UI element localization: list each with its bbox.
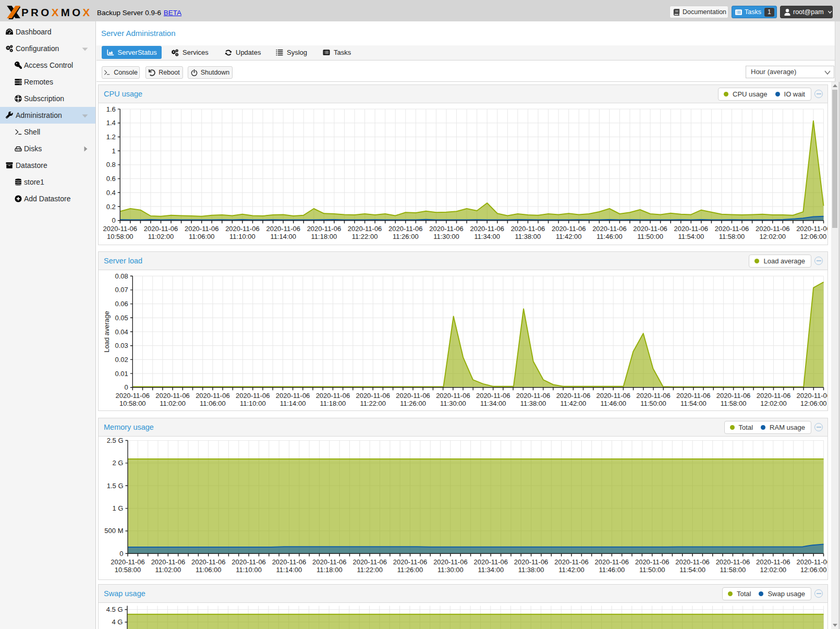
svg-text:2.5 G: 2.5 G: [107, 437, 124, 444]
svg-text:0.05: 0.05: [115, 314, 128, 322]
svg-text:2020-11-06: 2020-11-06: [155, 392, 190, 400]
svg-text:2020-11-06: 2020-11-06: [103, 225, 138, 233]
svg-text:2020-11-06: 2020-11-06: [715, 225, 749, 233]
svg-text:4.5 G: 4.5 G: [106, 606, 123, 613]
svg-text:PROXMOX: PROXMOX: [21, 6, 92, 18]
svg-text:2020-11-06: 2020-11-06: [635, 558, 669, 566]
svg-text:2020-11-06: 2020-11-06: [436, 392, 470, 400]
svg-text:2020-11-06: 2020-11-06: [756, 558, 790, 566]
svg-text:2020-11-06: 2020-11-06: [272, 558, 307, 566]
svg-text:2020-11-06: 2020-11-06: [225, 225, 260, 233]
svg-text:2020-11-06: 2020-11-06: [116, 392, 150, 400]
svg-text:0: 0: [125, 383, 128, 391]
svg-text:2 G: 2 G: [113, 459, 124, 467]
svg-text:2020-11-06: 2020-11-06: [514, 558, 549, 566]
svg-text:2020-11-06: 2020-11-06: [185, 225, 219, 233]
svg-text:11:18:00: 11:18:00: [316, 566, 343, 574]
svg-text:2020-11-06: 2020-11-06: [476, 392, 510, 400]
svg-text:11:26:00: 11:26:00: [393, 233, 419, 240]
svg-text:11:06:00: 11:06:00: [200, 400, 226, 407]
svg-text:11:54:00: 11:54:00: [679, 566, 705, 574]
svg-text:0.4: 0.4: [106, 189, 116, 197]
svg-text:1.5 G: 1.5 G: [107, 482, 124, 490]
svg-text:11:46:00: 11:46:00: [596, 233, 623, 240]
svg-text:2020-11-06: 2020-11-06: [151, 558, 186, 566]
svg-text:11:54:00: 11:54:00: [678, 233, 704, 240]
svg-text:12:02:00: 12:02:00: [759, 233, 786, 240]
svg-text:11:26:00: 11:26:00: [400, 400, 426, 407]
svg-text:2020-11-06: 2020-11-06: [636, 392, 671, 400]
svg-text:2020-11-06: 2020-11-06: [191, 558, 226, 566]
svg-text:2020-11-06: 2020-11-06: [144, 225, 178, 233]
svg-text:500 M: 500 M: [104, 527, 123, 535]
svg-text:11:14:00: 11:14:00: [270, 233, 296, 240]
svg-text:2020-11-06: 2020-11-06: [676, 392, 711, 400]
svg-text:2020-11-06: 2020-11-06: [592, 225, 627, 233]
svg-text:2020-11-06: 2020-11-06: [196, 392, 230, 400]
svg-text:11:50:00: 11:50:00: [640, 400, 666, 407]
svg-text:2020-11-06: 2020-11-06: [716, 558, 750, 566]
svg-text:11:14:00: 11:14:00: [280, 400, 306, 407]
svg-text:1: 1: [112, 147, 116, 155]
svg-text:2020-11-06: 2020-11-06: [396, 392, 430, 400]
svg-text:0: 0: [119, 550, 123, 558]
svg-text:2020-11-06: 2020-11-06: [595, 558, 629, 566]
svg-text:2020-11-06: 2020-11-06: [756, 225, 790, 233]
svg-text:2020-11-06: 2020-11-06: [433, 558, 468, 566]
svg-text:0.02: 0.02: [115, 356, 128, 364]
svg-text:11:50:00: 11:50:00: [639, 566, 665, 574]
svg-text:2020-11-06: 2020-11-06: [232, 558, 266, 566]
svg-text:10:58:00: 10:58:00: [115, 566, 141, 574]
svg-text:2020-11-06: 2020-11-06: [307, 225, 342, 233]
svg-text:11:58:00: 11:58:00: [720, 566, 746, 574]
svg-text:2020-11-06: 2020-11-06: [276, 392, 310, 400]
svg-text:2020-11-06: 2020-11-06: [429, 225, 464, 233]
svg-text:11:34:00: 11:34:00: [478, 566, 504, 574]
svg-text:0.03: 0.03: [115, 342, 128, 349]
svg-text:2020-11-06: 2020-11-06: [393, 558, 428, 566]
svg-text:12:06:00: 12:06:00: [800, 233, 827, 240]
svg-text:2020-11-06: 2020-11-06: [511, 225, 545, 233]
svg-text:2020-11-06: 2020-11-06: [757, 392, 791, 400]
svg-text:11:22:00: 11:22:00: [360, 400, 386, 407]
svg-text:2020-11-06: 2020-11-06: [797, 392, 827, 400]
svg-text:2020-11-06: 2020-11-06: [266, 225, 300, 233]
svg-text:11:38:00: 11:38:00: [515, 233, 541, 240]
svg-text:11:46:00: 11:46:00: [599, 566, 625, 574]
svg-text:10:58:00: 10:58:00: [107, 233, 133, 240]
svg-text:2020-11-06: 2020-11-06: [470, 225, 504, 233]
svg-text:2020-11-06: 2020-11-06: [796, 225, 827, 233]
svg-text:12:02:00: 12:02:00: [760, 566, 786, 574]
svg-text:11:42:00: 11:42:00: [556, 233, 582, 240]
svg-text:11:02:00: 11:02:00: [160, 400, 186, 407]
svg-text:12:02:00: 12:02:00: [760, 400, 787, 407]
svg-text:0.01: 0.01: [115, 370, 128, 378]
svg-text:2020-11-06: 2020-11-06: [316, 392, 350, 400]
svg-text:11:10:00: 11:10:00: [229, 233, 255, 240]
svg-text:11:10:00: 11:10:00: [236, 566, 262, 574]
svg-text:11:38:00: 11:38:00: [520, 400, 546, 407]
svg-text:2020-11-06: 2020-11-06: [633, 225, 667, 233]
svg-text:11:58:00: 11:58:00: [719, 233, 745, 240]
svg-text:11:14:00: 11:14:00: [276, 566, 302, 574]
svg-text:0.6: 0.6: [106, 175, 116, 183]
svg-text:12:06:00: 12:06:00: [800, 566, 827, 574]
svg-text:2020-11-06: 2020-11-06: [348, 225, 382, 233]
svg-text:11:18:00: 11:18:00: [311, 233, 337, 240]
svg-text:2020-11-06: 2020-11-06: [554, 558, 589, 566]
svg-text:11:42:00: 11:42:00: [558, 566, 585, 574]
svg-text:11:22:00: 11:22:00: [352, 233, 378, 240]
svg-text:11:30:00: 11:30:00: [440, 400, 466, 407]
svg-text:2020-11-06: 2020-11-06: [236, 392, 270, 400]
svg-text:2020-11-06: 2020-11-06: [716, 392, 751, 400]
svg-text:1.6: 1.6: [106, 105, 116, 113]
svg-text:2020-11-06: 2020-11-06: [111, 558, 145, 566]
svg-text:1 G: 1 G: [113, 504, 124, 512]
svg-text:11:42:00: 11:42:00: [561, 400, 587, 407]
svg-text:2020-11-06: 2020-11-06: [352, 558, 387, 566]
svg-text:11:34:00: 11:34:00: [474, 233, 500, 240]
svg-text:11:02:00: 11:02:00: [148, 233, 174, 240]
svg-text:11:38:00: 11:38:00: [518, 566, 544, 574]
svg-text:11:30:00: 11:30:00: [433, 233, 459, 240]
svg-text:10:58:00: 10:58:00: [119, 400, 146, 407]
